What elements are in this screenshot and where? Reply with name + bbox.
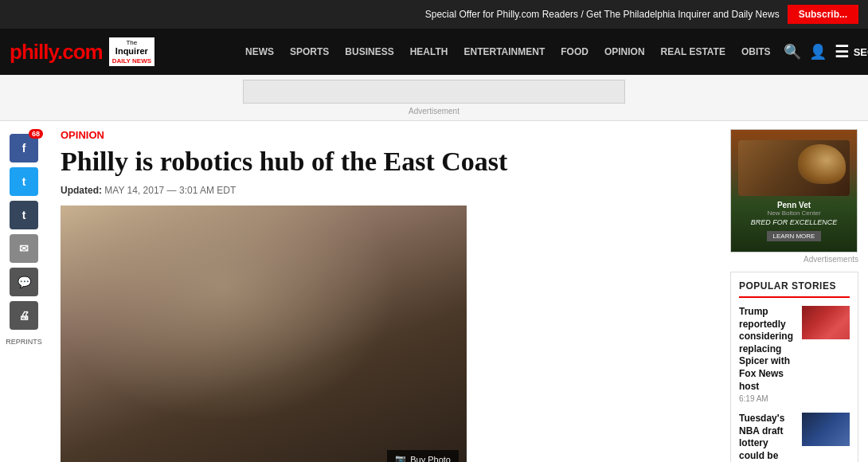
article-area: Opinion Philly is robotics hub of the Ea… [48, 121, 721, 462]
popular-stories-section: POPULAR STORIES Trump reportedly conside… [730, 272, 858, 462]
penn-vet-tagline: BRED FOR EXCELLENCE [751, 218, 838, 226]
comment-button[interactable]: 💬 [10, 268, 38, 296]
header-icons: 🔍 👤 ☰ SECTIONS [784, 42, 868, 61]
popular-story-1-time: 6:19 AM [739, 394, 796, 403]
facebook-share-button[interactable]: f 68 [10, 134, 38, 162]
philly-logo[interactable]: philly.com [10, 40, 103, 65]
banner-text: Special Offer for Philly.com Readers / G… [10, 9, 780, 20]
nav-news[interactable]: NEWS [239, 43, 280, 61]
nav-health[interactable]: HEALTH [404, 43, 455, 61]
article-image-container: 📷 Buy Photo 📷 MARGO REED / STAFF / FILE [61, 206, 467, 462]
buy-photo-button[interactable]: 📷 Buy Photo [387, 450, 459, 462]
sidebar-ad[interactable]: Penn Vet New Bolton Center BRED FOR EXCE… [730, 129, 858, 253]
twitter-share-button[interactable]: t [10, 167, 38, 196]
popular-story-2-headline: Tuesday's NBA draft lottery could be mor… [739, 413, 796, 462]
logo-area: philly.com The Inquirer DAILY NEWS [10, 37, 233, 66]
nav-food[interactable]: FOOD [554, 43, 595, 61]
comment-icon: 💬 [18, 276, 31, 288]
hamburger-icon: ☰ [835, 42, 849, 61]
search-icon[interactable]: 🔍 [784, 43, 801, 61]
email-share-button[interactable]: ✉ [10, 234, 38, 263]
subscribe-button[interactable]: Subscrib... [788, 5, 858, 24]
camera-icon: 📷 [395, 454, 406, 462]
popular-story-1-thumbnail [802, 306, 850, 339]
popular-story-1-headline: Trump reportedly considering replacing S… [739, 306, 796, 393]
popular-story-2-thumbnail [802, 413, 850, 446]
header-ad [243, 80, 625, 104]
ad-label: Advertisement [5, 107, 863, 116]
image-background [61, 206, 467, 462]
popular-story-2[interactable]: Tuesday's NBA draft lottery could be mor… [739, 413, 850, 462]
email-icon: ✉ [19, 242, 29, 255]
nav-entertainment[interactable]: ENTERTAINMENT [457, 43, 551, 61]
article-image: 📷 Buy Photo [61, 206, 467, 462]
nav-sports[interactable]: SPORTS [283, 43, 335, 61]
popular-story-1[interactable]: Trump reportedly considering replacing S… [739, 306, 850, 403]
nav-business[interactable]: BUSINESS [338, 43, 400, 61]
facebook-count: 68 [29, 129, 43, 139]
tumblr-icon: t [22, 209, 26, 221]
nav-obits[interactable]: OBITS [735, 43, 777, 61]
penn-vet-ad: Penn Vet New Bolton Center BRED FOR EXCE… [731, 130, 857, 252]
penn-vet-name: Penn Vet [777, 201, 811, 209]
print-button[interactable]: 🖨 [10, 301, 38, 330]
popular-story-2-text: Tuesday's NBA draft lottery could be mor… [739, 413, 796, 462]
penn-vet-learn-button[interactable]: LEARN MORE [767, 231, 822, 241]
article-date: Updated: MAY 14, 2017 — 3:01 AM EDT [61, 185, 708, 196]
reprints-label: REPRINTS [6, 338, 42, 346]
top-banner: Special Offer for Philly.com Readers / G… [0, 0, 868, 29]
article-title: Philly is robotics hub of the East Coast [61, 146, 708, 177]
print-icon: 🖨 [18, 309, 29, 322]
facebook-icon: f [22, 142, 26, 155]
twitter-icon: t [22, 175, 26, 188]
right-sidebar: Penn Vet New Bolton Center BRED FOR EXCE… [721, 121, 868, 462]
sidebar-ad-label: Advertisements [730, 255, 858, 264]
nav-real-estate[interactable]: REAL ESTATE [655, 43, 732, 61]
inquirer-logo[interactable]: The Inquirer DAILY NEWS [109, 37, 154, 66]
penn-vet-subtitle: New Bolton Center [767, 209, 820, 217]
popular-stories-title: POPULAR STORIES [739, 280, 850, 298]
nav-opinion[interactable]: OPINION [598, 43, 651, 61]
main-nav: NEWS SPORTS BUSINESS HEALTH ENTERTAINMEN… [239, 43, 777, 61]
popular-story-1-text: Trump reportedly considering replacing S… [739, 306, 796, 403]
social-sidebar: f 68 t t ✉ 💬 🖨 REPRINTS [0, 121, 48, 462]
main-layout: f 68 t t ✉ 💬 🖨 REPRINTS Opinion Philly i… [0, 121, 868, 462]
site-header: philly.com The Inquirer DAILY NEWS NEWS … [0, 29, 868, 75]
user-icon[interactable]: 👤 [809, 43, 827, 61]
article-category[interactable]: Opinion [61, 129, 708, 141]
ad-bar: Advertisement [0, 75, 868, 121]
penn-vet-horse-image [738, 140, 850, 196]
tumblr-share-button[interactable]: t [10, 201, 38, 229]
sections-button[interactable]: ☰ SECTIONS [835, 42, 868, 61]
